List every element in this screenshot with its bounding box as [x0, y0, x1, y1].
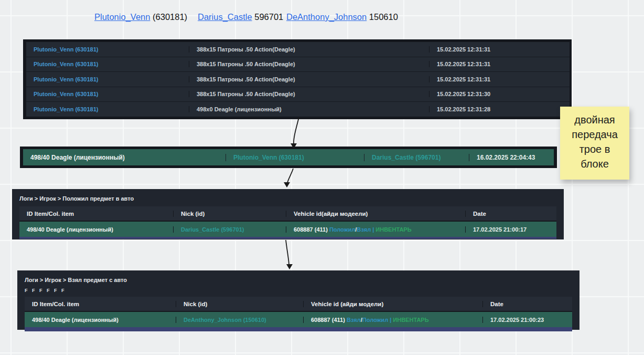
header-id-item: ID Item/Col. item — [19, 211, 173, 217]
table-row: Plutonio_Venn (630181) 388x15 Патроны .5… — [26, 71, 570, 87]
vehicle-cell: 608887 (411) Положил/Взял | ИНВЕНТАРЬ — [286, 226, 465, 233]
header-nick: Nick (id) — [176, 301, 303, 307]
table-row: 498/40 Deagle (лицензионный) DeAnthony_J… — [25, 312, 572, 327]
action-links: Положил/Взял — [329, 226, 371, 233]
sticky-note-text: двойная передача трое в блоке — [572, 114, 618, 170]
arrow-3 — [286, 240, 293, 269]
scrollbar-strip[interactable] — [25, 327, 572, 331]
action-put-link[interactable]: Положил — [329, 226, 355, 233]
player-id-darius: 596701 — [254, 12, 283, 22]
date-cell: 15.02.2025 12:31:30 — [429, 91, 570, 97]
filter-placeholder-text: F F F F F F — [25, 288, 572, 293]
player-id-plutonio: (630181) — [153, 12, 187, 22]
inventory-tag-link[interactable]: ИНВЕНТАРЬ — [393, 317, 428, 323]
table-header-row: ID Item/Col. item Nick (id) Vehicle id(а… — [19, 206, 556, 222]
header-id-item: ID Item/Col. item — [25, 301, 176, 307]
nick-link[interactable]: DeAnthony_Johnson (150610) — [176, 317, 303, 323]
take-item-log-panel[interactable]: Логи > Игрок > Взял предмет с авто F F F… — [17, 270, 579, 330]
arrow-2 — [284, 169, 293, 187]
vehicle-cell: 608887 (411) Взял/Положил | ИНВЕНТАРЬ — [303, 317, 482, 323]
player-link-deanthony[interactable]: DeAnthony_Johnson — [286, 12, 367, 22]
action-links: Взял/Положил — [347, 317, 388, 323]
action-put-link[interactable]: Положил — [362, 317, 388, 323]
header-date: Date — [482, 301, 572, 307]
item-cell: 388x15 Патроны .50 Action(Deagle) — [189, 76, 429, 82]
player-id-deanthony: 150610 — [369, 12, 398, 22]
inventory-tag-link[interactable]: ИНВЕНТАРЬ — [375, 226, 411, 233]
item-cell: 388x15 Патроны .50 Action(Deagle) — [189, 91, 429, 97]
table-row: Plutonio_Venn (630181) 388x15 Патроны .5… — [26, 57, 570, 72]
player-header-1: Plutonio_Venn (630181) — [94, 12, 187, 22]
date-cell: 16.02.2025 22:04:43 — [469, 154, 554, 161]
table-header-row: ID Item/Col. item Nick (id) Vehicle id (… — [25, 297, 572, 312]
put-item-log-panel[interactable]: Логи > Игрок > Положил предмет в авто ID… — [12, 189, 564, 239]
item-cell: 498x0 Deagle (лицензионный) — [189, 106, 429, 112]
item-cell: 498/40 Deagle (лицензионный) — [19, 226, 173, 233]
from-player-link[interactable]: Plutonio_Venn (630181) — [226, 154, 364, 161]
player-link[interactable]: Plutonio_Venn (630181) — [26, 106, 189, 112]
to-player-link[interactable]: Darius_Castle (596701) — [364, 154, 469, 161]
table-row: Plutonio_Venn (630181) 388x15 Патроны .5… — [26, 87, 570, 102]
action-take-link[interactable]: Взял — [347, 317, 361, 323]
header-nick: Nick (id) — [173, 211, 286, 217]
pipe-separator: | — [372, 226, 374, 233]
player-link[interactable]: Plutonio_Venn (630181) — [26, 76, 189, 82]
date-cell: 15.02.2025 12:31:31 — [429, 46, 570, 53]
player-link[interactable]: Plutonio_Venn (630181) — [26, 91, 189, 97]
player-link[interactable]: Plutonio_Venn (630181) — [26, 61, 189, 67]
sticky-note[interactable]: двойная передача трое в блоке — [560, 107, 629, 180]
whiteboard-canvas: Plutonio_Venn (630181) Darius_Castle 596… — [0, 0, 644, 355]
date-cell: 17.02.2025 21:00:23 — [482, 317, 572, 323]
scrollbar-strip[interactable] — [19, 237, 556, 239]
item-cell: 498/40 Deagle (лицензионный) — [25, 317, 176, 323]
action-take-link[interactable]: Взял — [357, 226, 371, 233]
table-row: 498/40 Deagle (лицензионный) Darius_Cast… — [19, 222, 556, 237]
date-cell: 15.02.2025 12:31:28 — [429, 106, 570, 112]
vehicle-id: 608887 (411) — [311, 317, 345, 323]
item-log-table[interactable]: Plutonio_Venn (630181) 388x15 Патроны .5… — [23, 39, 572, 119]
nick-link[interactable]: Darius_Castle (596701) — [173, 226, 286, 233]
table-row: Plutonio_Venn (630181) 388x15 Патроны .5… — [26, 42, 570, 57]
item-cell: 498/40 Deagle (лицензионный) — [23, 154, 226, 161]
date-cell: 17.02.2025 21:00:17 — [465, 226, 556, 233]
breadcrumb: Логи > Игрок > Взял предмет с авто — [25, 277, 572, 283]
arrow-1 — [291, 117, 299, 149]
player-link-plutonio[interactable]: Plutonio_Venn — [94, 12, 150, 22]
header-date: Date — [465, 211, 556, 217]
transfer-log-table[interactable]: 498/40 Deagle (лицензионный) Plutonio_Ve… — [20, 147, 557, 168]
player-link[interactable]: Plutonio_Venn (630181) — [26, 46, 189, 53]
player-header-2: Darius_Castle 596701 — [198, 12, 283, 22]
player-header-3: DeAnthony_Johnson 150610 — [286, 12, 398, 22]
header-vehicle-id: Vehicle id (айди модели) — [303, 301, 482, 307]
breadcrumb: Логи > Игрок > Положил предмет в авто — [19, 195, 556, 202]
date-cell: 15.02.2025 12:31:31 — [429, 76, 570, 82]
vehicle-id: 608887 (411) — [294, 226, 328, 233]
date-cell: 15.02.2025 12:31:31 — [429, 61, 570, 67]
transfer-row: 498/40 Deagle (лицензионный) Plutonio_Ve… — [23, 149, 554, 165]
pipe-separator: | — [390, 317, 391, 323]
player-link-darius[interactable]: Darius_Castle — [198, 12, 252, 22]
item-cell: 388x15 Патроны .50 Action(Deagle) — [189, 46, 429, 53]
item-cell: 388x15 Патроны .50 Action(Deagle) — [189, 61, 429, 67]
header-vehicle-id: Vehicle id(айди модеели) — [286, 211, 465, 217]
table-row: Plutonio_Venn (630181) 498x0 Deagle (лиц… — [26, 101, 570, 117]
